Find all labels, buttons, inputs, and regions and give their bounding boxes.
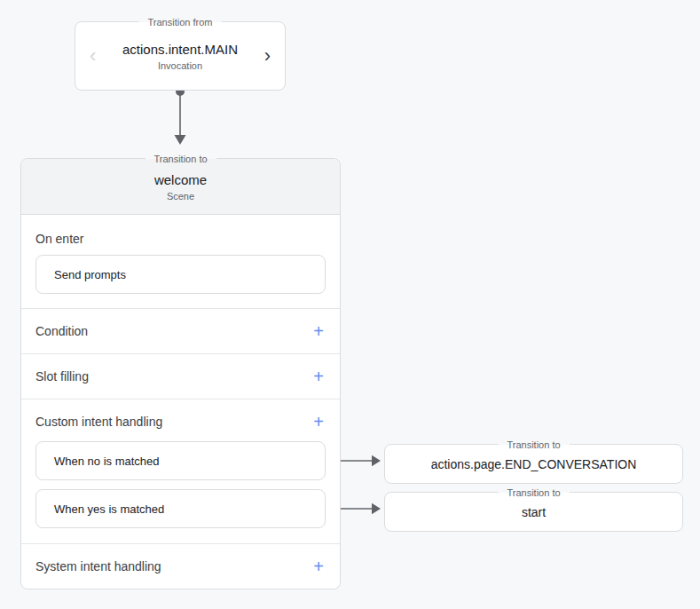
system-intent-section: System intent handling +	[21, 543, 340, 589]
invocation-subtitle: Invocation	[122, 60, 238, 71]
connector-line	[179, 91, 181, 135]
system-intent-label: System intent handling	[35, 559, 161, 573]
plus-icon: +	[313, 557, 324, 576]
target-title: start	[522, 505, 546, 519]
next-intent-button[interactable]: ›	[259, 44, 276, 67]
target-legend: Transition to	[498, 438, 569, 452]
arrowhead-right-icon	[372, 503, 381, 514]
scene-card-legend: Transition to	[145, 152, 216, 166]
condition-section: Condition +	[21, 308, 340, 353]
intent-handler-no[interactable]: When no is matched	[35, 441, 326, 480]
add-slot-button[interactable]: +	[311, 368, 326, 385]
transition-target-start[interactable]: Transition to start	[384, 492, 683, 532]
on-enter-section: On enter Send prompts	[21, 215, 340, 308]
condition-label: Condition	[35, 324, 88, 338]
on-enter-label: On enter	[35, 232, 326, 246]
scene-subtitle: Scene	[167, 191, 194, 202]
invocation-to-scene-connector	[175, 87, 186, 145]
plus-icon: +	[313, 321, 324, 341]
invocation-title: actions.intent.MAIN	[122, 42, 238, 57]
flow-canvas: Transition from ‹ actions.intent.MAIN In…	[0, 0, 700, 609]
send-prompts-button[interactable]: Send prompts	[35, 255, 326, 294]
arrowhead-down-icon	[175, 135, 186, 145]
custom-intent-label: Custom intent handling	[35, 415, 162, 429]
scene-title: welcome	[154, 172, 207, 187]
custom-intent-header: Custom intent handling +	[35, 413, 326, 431]
plus-icon: +	[313, 367, 324, 386]
add-condition-button[interactable]: +	[311, 322, 326, 340]
add-custom-intent-button[interactable]: +	[311, 413, 326, 431]
prev-intent-button[interactable]: ‹	[84, 44, 101, 67]
target-legend: Transition to	[498, 486, 569, 500]
scene-header[interactable]: welcome Scene	[21, 159, 340, 215]
invocation-card: Transition from ‹ actions.intent.MAIN In…	[75, 21, 286, 91]
arrowhead-right-icon	[372, 455, 381, 466]
chevron-left-icon: ‹	[90, 44, 96, 67]
transition-target-end-conversation[interactable]: Transition to actions.page.END_CONVERSAT…	[384, 444, 683, 484]
plus-icon: +	[313, 412, 324, 431]
chevron-right-icon: ›	[264, 44, 271, 67]
intent-handler-yes[interactable]: When yes is matched	[35, 489, 326, 528]
scene-card: Transition to welcome Scene On enter Sen…	[20, 158, 341, 589]
slot-filling-section: Slot filling +	[21, 353, 340, 399]
invocation-card-legend: Transition from	[139, 15, 222, 29]
slot-filling-label: Slot filling	[35, 369, 89, 384]
target-title: actions.page.END_CONVERSATION	[431, 457, 637, 471]
custom-intent-section: Custom intent handling + When no is matc…	[21, 399, 340, 543]
invocation-title-block: actions.intent.MAIN Invocation	[122, 42, 238, 71]
add-system-intent-button[interactable]: +	[311, 558, 326, 575]
